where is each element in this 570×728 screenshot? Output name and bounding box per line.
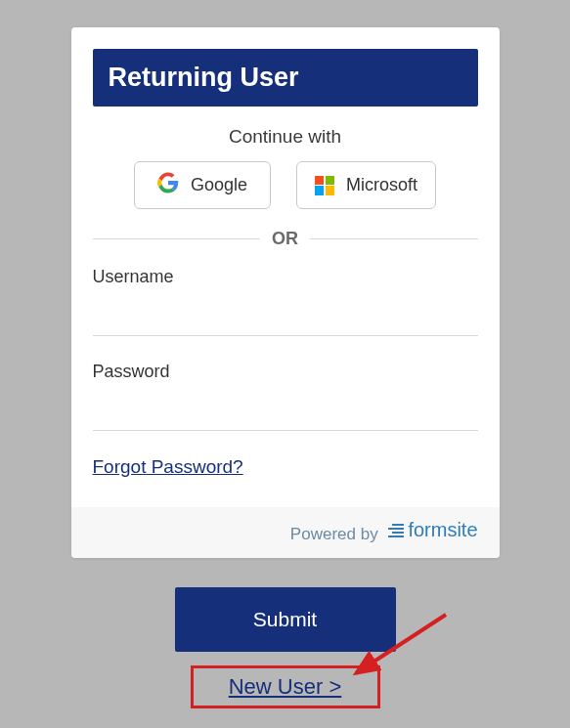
- continue-with-label: Continue with: [93, 126, 478, 148]
- divider-or: OR: [93, 229, 478, 249]
- password-field-block: Password: [93, 362, 478, 431]
- social-section: Continue with Google: [93, 126, 478, 209]
- submit-button[interactable]: Submit: [175, 587, 396, 652]
- new-user-highlight-box: New User >: [191, 665, 380, 708]
- page-title: Returning User: [93, 49, 478, 107]
- username-label: Username: [93, 267, 478, 287]
- microsoft-button-label: Microsoft: [346, 175, 417, 195]
- powered-by-label: Powered by: [290, 525, 378, 543]
- password-input[interactable]: [93, 388, 478, 431]
- divider-text: OR: [272, 229, 298, 249]
- forgot-password-link[interactable]: Forgot Password?: [93, 456, 243, 477]
- new-user-link[interactable]: New User >: [229, 674, 342, 699]
- forgot-password-container: Forgot Password?: [93, 456, 478, 507]
- microsoft-login-button[interactable]: Microsoft: [296, 161, 436, 209]
- login-card: Returning User Continue with Google: [71, 27, 500, 558]
- google-icon: [157, 172, 179, 198]
- google-login-button[interactable]: Google: [134, 161, 271, 209]
- card-body: Returning User Continue with Google: [71, 27, 500, 507]
- username-input[interactable]: [93, 293, 478, 336]
- brand-name: formsite: [408, 519, 477, 541]
- microsoft-icon: [315, 176, 334, 195]
- social-buttons-row: Google Microsoft: [93, 161, 478, 209]
- formsite-icon: [388, 522, 404, 539]
- google-button-label: Google: [191, 175, 247, 195]
- page-title-text: Returning User: [109, 63, 299, 92]
- card-footer: Powered by formsite: [71, 507, 500, 558]
- username-field-block: Username: [93, 267, 478, 336]
- formsite-logo[interactable]: formsite: [388, 519, 477, 541]
- password-label: Password: [93, 362, 478, 382]
